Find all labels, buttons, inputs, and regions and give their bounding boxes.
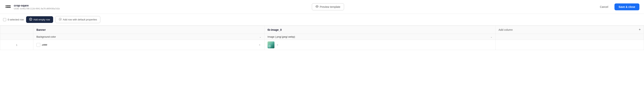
selected-rows-label: 0 selected row [8, 18, 24, 21]
checkbox-area: 0 selected row [3, 18, 24, 21]
sub-header-rownum [0, 34, 33, 40]
plus-circle-icon [29, 18, 32, 21]
add-row-default-button[interactable]: Add row with default properties [56, 16, 100, 23]
plus-add-column-icon: + [639, 28, 641, 32]
table-container: Banner tb-image_0 Add column + Backgr [0, 26, 644, 50]
header-title-group: crop-sqare UUID: ec461798-112d-4941-9a78… [14, 4, 60, 10]
column-header-add[interactable]: Add column + [495, 26, 644, 34]
banner-type-select[interactable]: Background color ⌄ [36, 35, 261, 38]
row-number-cell: 1 [0, 40, 33, 50]
toolbar: 0 selected row Add empty row Add row wit… [0, 14, 644, 26]
eye-icon [316, 5, 318, 9]
svg-point-2 [6, 5, 6, 6]
image-clear-button[interactable]: × [276, 43, 279, 47]
preview-template-button[interactable]: Preview template [312, 3, 344, 10]
image-value-cell: × [264, 40, 495, 50]
banner-type-chevron-icon: ⌄ [259, 36, 261, 38]
cancel-button[interactable]: Cancel [596, 4, 612, 10]
column-header-banner: Banner [33, 26, 264, 34]
banner-type-cell[interactable]: Background color ⌄ [33, 34, 264, 40]
column-header-row: Banner tb-image_0 Add column + [0, 26, 644, 34]
add-column-data-cell [495, 40, 644, 50]
save-close-button[interactable]: Save & close [614, 3, 640, 10]
header-center: Preview template [312, 3, 344, 10]
add-column-type-cell [495, 34, 644, 40]
banner-clear-button[interactable]: × [258, 43, 261, 47]
image-cell: × [268, 42, 492, 48]
banner-value-cell: #ffffff × [33, 40, 264, 50]
app-name: crop-sqare [14, 4, 60, 7]
color-cell: #ffffff × [36, 43, 261, 47]
header-left: crop-sqare UUID: ec461798-112d-4941-9a78… [4, 3, 60, 10]
row-num-header [0, 26, 33, 34]
column-header-tb-image: tb-image_0 [264, 26, 495, 34]
table-row: 1 #ffffff × × [0, 40, 644, 50]
image-thumbnail [268, 42, 274, 48]
add-row-default-label: Add row with default properties [63, 18, 97, 21]
add-empty-row-label: Add empty row [33, 18, 50, 21]
plus-square-icon [59, 18, 62, 21]
image-type-cell[interactable]: Image (.png/.jpeg/.webp) ⌄ [264, 34, 495, 40]
app-uuid: UUID: ec461798-112d-4941-9a78-d6f0436a7d… [14, 7, 60, 10]
svg-point-3 [6, 7, 6, 8]
color-value: #ffffff [42, 44, 256, 47]
add-empty-row-button[interactable]: Add empty row [26, 16, 53, 23]
data-table: Banner tb-image_0 Add column + Backgr [0, 26, 644, 50]
image-type-select[interactable]: Image (.png/.jpeg/.webp) ⌄ [268, 35, 492, 38]
logo-icon [4, 3, 12, 10]
color-swatch[interactable] [36, 43, 40, 47]
sub-header-row: Background color ⌄ Image (.png/.jpeg/.we… [0, 34, 644, 40]
header-right: Cancel Save & close [596, 3, 640, 10]
svg-point-4 [317, 6, 318, 7]
preview-template-label: Preview template [320, 5, 340, 8]
header: crop-sqare UUID: ec461798-112d-4941-9a78… [0, 0, 644, 14]
select-all-checkbox[interactable] [3, 18, 6, 21]
image-type-chevron-icon: ⌄ [490, 36, 492, 38]
image-thumb-preview [268, 42, 274, 48]
